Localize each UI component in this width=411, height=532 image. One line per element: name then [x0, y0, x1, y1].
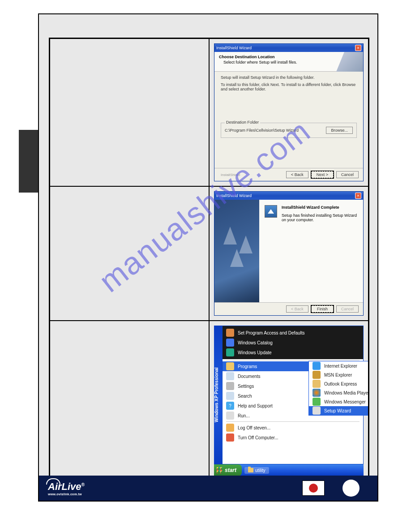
startmenu-sidebar: Windows XP Professional: [214, 326, 222, 464]
menu-item-shutdown[interactable]: Turn Off Computer...: [223, 433, 363, 442]
browse-button[interactable]: Browse...: [326, 127, 353, 134]
cell-2-right: InstallShield Wizard × InstallShield Wiz…: [209, 186, 368, 321]
cancel-button: Cancel: [336, 305, 359, 313]
installshield-label: InstallShield: [219, 173, 240, 177]
menu-item-logoff[interactable]: Log Off steven...: [223, 423, 363, 433]
destination-path: C:\Program Files\Cellvision\Setup Wizard: [225, 128, 299, 133]
side-tab: [19, 130, 38, 193]
body-line2: To install to this folder, click Next. T…: [221, 82, 357, 91]
page-number-circle: [342, 480, 360, 497]
dialog-footer: < Back Finish Cancel: [214, 302, 363, 315]
document-icon: [226, 372, 234, 380]
outlook-icon: [313, 380, 321, 388]
body-line1: Setup will install Setup Wizard in the f…: [221, 75, 357, 80]
dialog-destination: InstallShield Wizard × Choose Destinatio…: [214, 43, 364, 181]
close-icon[interactable]: ×: [355, 45, 361, 51]
next-button[interactable]: Next >: [311, 171, 334, 178]
japan-flag-icon: [302, 481, 325, 496]
logo-url: www.ovislink.com.tw: [48, 493, 85, 496]
shutdown-icon: [226, 433, 234, 442]
airlive-logo: AirLive® www.ovislink.com.tw: [48, 481, 85, 496]
menu-item-windows-update[interactable]: Windows Update: [223, 348, 363, 357]
page-footer: AirLive® www.ovislink.com.tw: [39, 476, 377, 501]
folder-icon: [226, 362, 234, 370]
dialog-body: Setup will install Setup Wizard in the f…: [214, 72, 363, 168]
destination-legend: Destination Folder: [225, 120, 260, 124]
globe-icon: [226, 348, 234, 356]
submenu-item-wmp[interactable]: Windows Media Player: [309, 388, 368, 397]
instruction-grid: InstallShield Wizard × Choose Destinatio…: [49, 38, 369, 485]
page: InstallShield Wizard × Choose Destinatio…: [38, 13, 378, 502]
dialog-title: InstallShield Wizard: [216, 46, 252, 50]
cell-3-left: [50, 321, 209, 485]
setup-icon: [313, 407, 321, 415]
wmp-icon: [313, 389, 321, 397]
msn-icon: [313, 371, 321, 379]
close-icon[interactable]: ×: [355, 193, 361, 199]
cell-2-left: [50, 186, 209, 321]
wizard-graphic: [214, 200, 259, 302]
complete-title: InstallShield Wizard Complete: [282, 205, 358, 210]
startmenu-screenshot: Windows XP Professional Set Program Acce…: [214, 326, 364, 480]
dialog-footer: InstallShield < Back Next > Cancel: [214, 168, 363, 181]
titlebar[interactable]: InstallShield Wizard ×: [214, 44, 363, 52]
search-icon: [226, 392, 234, 400]
dialog-header: Choose Destination Location Select folde…: [214, 52, 363, 72]
run-icon: [226, 412, 234, 420]
complete-body: Setup has finished installing Setup Wiza…: [282, 210, 358, 222]
dialog-complete: InstallShield Wizard × InstallShield Wiz…: [214, 191, 364, 316]
cancel-button[interactable]: Cancel: [336, 171, 359, 178]
windows-flag-icon: [217, 467, 223, 473]
destination-folder-group: Destination Folder C:\Program Files\Cell…: [221, 123, 357, 138]
back-button[interactable]: < Back: [286, 171, 308, 178]
cell-1-right: InstallShield Wizard × Choose Destinatio…: [209, 39, 368, 186]
titlebar[interactable]: InstallShield Wizard ×: [214, 192, 363, 200]
finish-button[interactable]: Finish: [311, 305, 334, 313]
menu-item-windows-catalog[interactable]: Windows Catalog: [223, 338, 363, 348]
header-subtitle: Select folder where Setup will install f…: [219, 60, 359, 64]
settings-icon: [226, 382, 234, 390]
flag-icon: [226, 339, 234, 347]
submenu-item-setup-wizard[interactable]: Setup Wizard: [309, 406, 368, 415]
header-title: Choose Destination Location: [219, 55, 359, 59]
startmenu-top: Set Program Access and Defaults Windows …: [223, 326, 363, 359]
programs-submenu: Internet Explorer MSN Explorer Outlook E…: [308, 361, 368, 416]
dialog-title: InstallShield Wizard: [216, 193, 252, 198]
taskbar-item-utility[interactable]: utility: [244, 467, 269, 474]
folder-icon: [248, 468, 253, 472]
menu-item-program-access[interactable]: Set Program Access and Defaults: [223, 328, 363, 338]
help-icon: ?: [226, 402, 234, 410]
messenger-icon: [313, 398, 321, 406]
submenu-item-msn[interactable]: MSN Explorer: [309, 370, 368, 379]
back-button: < Back: [286, 305, 308, 313]
dialog-body: InstallShield Wizard Complete Setup has …: [214, 200, 363, 302]
wizard-content: InstallShield Wizard Complete Setup has …: [259, 200, 363, 302]
submenu-item-ie[interactable]: Internet Explorer: [309, 361, 368, 370]
cell-3-right: Windows XP Professional Set Program Acce…: [209, 321, 368, 485]
shield-icon: [226, 329, 234, 337]
wizard-icon: [265, 205, 277, 218]
submenu-item-messenger[interactable]: Windows Messenger: [309, 397, 368, 406]
submenu-item-outlook[interactable]: Outlook Express: [309, 379, 368, 388]
startmenu-main: Set Program Access and Defaults Windows …: [222, 326, 364, 464]
logoff-icon: [226, 424, 234, 432]
taskbar: start utility: [214, 464, 364, 476]
cell-1-left: [50, 39, 209, 186]
start-button[interactable]: start: [214, 464, 242, 476]
ie-icon: [313, 362, 321, 370]
